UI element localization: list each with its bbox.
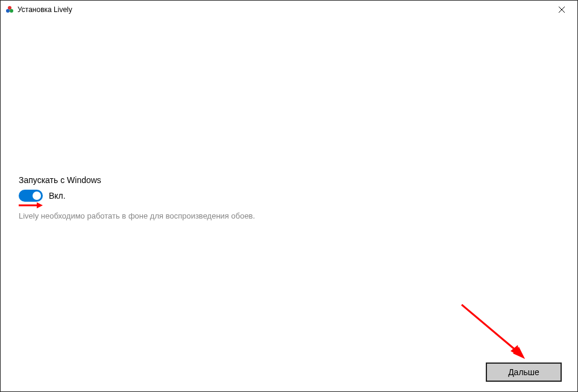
close-icon bbox=[559, 7, 565, 13]
close-button[interactable] bbox=[548, 1, 575, 18]
setting-title: Запускать с Windows bbox=[19, 175, 559, 185]
lively-icon bbox=[5, 5, 14, 14]
content-area: Запускать с Windows Вкл. Lively необходи… bbox=[1, 19, 577, 220]
toggle-row: Вкл. bbox=[19, 190, 559, 202]
svg-line-7 bbox=[462, 305, 519, 353]
svg-point-2 bbox=[10, 9, 13, 13]
svg-marker-9 bbox=[513, 347, 525, 359]
titlebar: Установка Lively bbox=[1, 1, 577, 19]
toggle-state-label: Вкл. bbox=[49, 191, 66, 201]
next-button-label: Дальше bbox=[508, 367, 539, 377]
installer-window: Установка Lively Запускать с Windows Вкл… bbox=[0, 0, 578, 392]
next-button[interactable]: Дальше bbox=[486, 362, 562, 382]
svg-point-1 bbox=[6, 9, 10, 13]
setting-description: Lively необходимо работать в фоне для во… bbox=[19, 211, 559, 220]
window-title: Установка Lively bbox=[17, 5, 548, 14]
annotation-arrow-next bbox=[459, 302, 537, 368]
startup-toggle[interactable] bbox=[19, 190, 43, 202]
svg-marker-8 bbox=[510, 345, 525, 359]
svg-point-0 bbox=[8, 6, 11, 10]
toggle-knob bbox=[33, 191, 41, 200]
